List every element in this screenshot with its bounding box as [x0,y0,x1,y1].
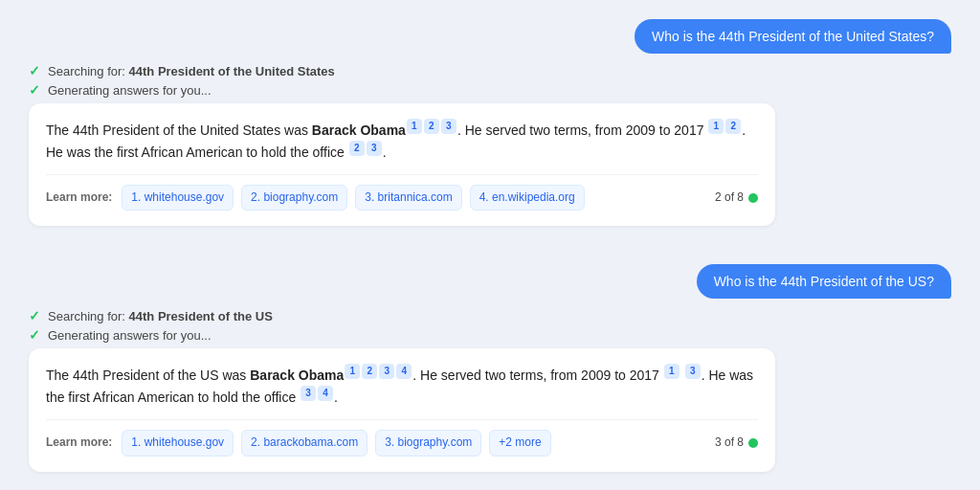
search-status-1: ✓ Searching for: 44th President of the U… [29,63,951,78]
conversation-1: Who is the 44th President of the United … [29,19,951,230]
checkmark-icon-3: ✓ [29,308,40,323]
learn-more-label-2: Learn more: [46,434,112,452]
citation[interactable]: 1 [345,364,360,379]
result-count-text-2: 3 of 8 [715,434,744,452]
search-status-text-2: Searching for: 44th President of the US [48,309,273,323]
user-message-1: Who is the 44th President of the United … [29,19,951,54]
chat-container: Who is the 44th President of the United … [29,19,951,481]
generating-text-1: Generating answers for you... [48,83,212,98]
checkmark-icon-2: ✓ [29,82,40,98]
source-biography-2[interactable]: 3. biography.com [375,430,481,456]
answer-text-2: The 44th President of the US was Barack … [46,364,758,408]
learn-more-label-1: Learn more: [46,189,112,207]
search-status-text-1: Searching for: 44th President of the Uni… [48,64,335,78]
user-bubble-2: Who is the 44th President of the US? [697,264,951,299]
citation[interactable]: 4 [318,386,333,401]
checkmark-icon-1: ✓ [29,63,40,78]
citation[interactable]: 1 [664,364,679,379]
source-biography[interactable]: 2. biography.com [241,185,347,211]
user-bubble-1: Who is the 44th President of the United … [635,19,951,54]
source-whitehouse[interactable]: 1. whitehouse.gov [122,185,234,211]
generating-status-2: ✓ Generating answers for you... [29,327,951,343]
citation[interactable]: 3 [301,386,316,401]
source-whitehouse-2[interactable]: 1. whitehouse.gov [122,430,234,456]
generating-text-2: Generating answers for you... [48,328,212,343]
result-count-2: 3 of 8 [715,434,758,452]
citation[interactable]: 1 [708,119,724,134]
citation[interactable]: 3 [379,364,394,379]
search-status-2: ✓ Searching for: 44th President of the U… [29,308,951,323]
citation[interactable]: 2 [725,119,741,134]
citation[interactable]: 1 [407,119,422,134]
result-count-text-1: 2 of 8 [715,189,744,207]
conversation-2: Who is the 44th President of the US? ✓ S… [29,264,951,475]
citation[interactable]: 3 [441,119,457,134]
generating-status-1: ✓ Generating answers for you... [29,82,951,98]
citation[interactable]: 2 [349,141,365,156]
citation[interactable]: 3 [685,364,701,379]
citation[interactable]: 3 [367,141,382,156]
answer-card-2: The 44th President of the US was Barack … [29,348,775,471]
green-dot-1 [748,193,758,203]
citation[interactable]: 4 [396,364,412,379]
learn-more-bar-2: Learn more: 1. whitehouse.gov 2. baracko… [46,419,758,456]
checkmark-icon-4: ✓ [29,327,40,343]
user-message-2: Who is the 44th President of the US? [29,264,951,299]
more-sources-tag[interactable]: +2 more [489,430,550,456]
learn-more-bar-1: Learn more: 1. whitehouse.gov 2. biograp… [46,174,758,211]
source-wikipedia[interactable]: 4. en.wikipedia.org [470,185,585,211]
citation[interactable]: 2 [424,119,439,134]
source-britannica[interactable]: 3. britannica.com [355,185,461,211]
citation[interactable]: 2 [362,364,377,379]
answer-card-1: The 44th President of the United States … [29,103,775,226]
green-dot-2 [748,438,758,448]
result-count-1: 2 of 8 [715,189,758,207]
answer-text-1: The 44th President of the United States … [46,119,758,163]
source-barackobama[interactable]: 2. barackobama.com [241,430,368,456]
